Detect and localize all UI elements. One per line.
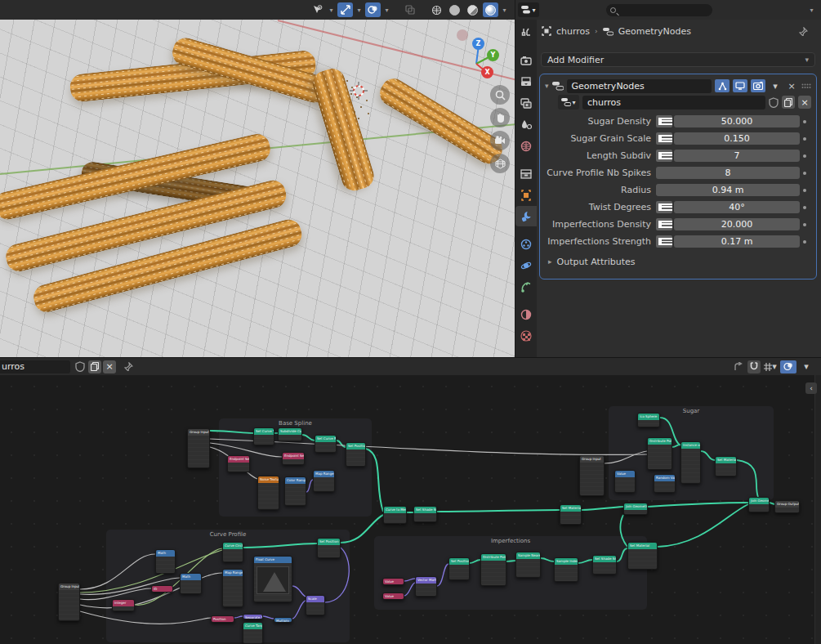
chevron-down-icon[interactable]: ▾ [355,7,363,14]
node-group-name-field[interactable]: churros [582,96,765,110]
node-set-shade-smooth[interactable]: Set Shade Smooth [413,506,437,522]
param-value-slider[interactable]: 50.000 [674,115,800,127]
shading-material-button[interactable] [465,2,480,17]
node-map-range[interactable]: Map Range [222,569,243,607]
new-copy-button[interactable] [88,360,101,373]
node-set-position[interactable]: Set Position [317,538,341,558]
gizmo-z-axis[interactable]: Z [472,38,484,50]
input-attribute-toggle-icon[interactable] [656,115,672,127]
gizmo-x-axis[interactable]: X [481,66,493,78]
chevron-down-icon[interactable]: ▾ [328,7,335,14]
object-visibility-icon[interactable] [310,2,325,17]
node-group-output[interactable]: Group Output [774,500,800,513]
shading-rendered-button[interactable] [483,2,498,17]
properties-tab-object-data[interactable] [515,304,537,324]
node-sample-index[interactable]: Sample Index [554,557,578,582]
node-ico-sphere[interactable]: Ico Sphere [637,413,660,427]
param-value-slider[interactable]: 8 [656,167,800,179]
overlays-toggle[interactable] [780,360,796,373]
node-instance-on-points[interactable]: Instance on Points [680,441,701,484]
animate-dot[interactable] [800,240,810,244]
drag-handle-icon[interactable] [801,83,811,89]
node-id[interactable]: ID [151,585,173,593]
node-set-curve-radius[interactable]: Set Curve Radius [315,435,337,453]
edit-mode-display-toggle[interactable] [715,79,730,92]
xray-toggle[interactable] [402,2,417,17]
node-distribute-points-on-faces[interactable]: Distribute Points on Faces [647,437,672,470]
chevron-down-icon[interactable]: ▾ [501,7,508,14]
editor-type-dropdown[interactable]: ▾ [518,2,539,17]
properties-tab-particles[interactable] [515,234,537,254]
node-sample-nearest[interactable]: Sample Nearest [515,552,541,578]
node-join-geometry[interactable]: Join Geometry [748,497,770,512]
node-curve-circle[interactable]: Curve Circle [222,542,243,562]
3d-viewport[interactable]: Z Y X ▾ ▾ ▾ ▾ [0,0,515,357]
node-set-material[interactable]: Set Material [715,456,737,476]
shading-wireframe-button[interactable] [429,2,444,17]
fake-user-shield-icon[interactable] [769,97,779,108]
modifier-extras-dropdown[interactable]: ▾ [769,79,782,92]
node-position[interactable]: Position [211,615,234,623]
node-distribute-points-on-faces[interactable]: Distribute Points on Faces [480,553,506,586]
properties-tab-modifiers[interactable] [515,206,537,226]
node-noise-texture[interactable]: Noise Texture [257,476,279,510]
breadcrumb-modifier[interactable]: GeometryNodes [618,26,691,37]
pan-button[interactable] [490,108,510,127]
header-menu-chevron[interactable]: ▾ [808,7,815,14]
node-subdivide-curve[interactable]: Subdivide Curve [278,427,302,441]
node-group-input[interactable]: Group Input [58,583,80,621]
input-attribute-toggle-icon[interactable] [656,218,672,230]
modifier-close-button[interactable]: × [785,79,798,92]
node-set-curve-tilt[interactable]: Set Curve Tilt [253,427,274,445]
properties-tab-scene[interactable] [515,114,537,135]
input-attribute-toggle-icon[interactable] [656,201,672,213]
node-value[interactable]: Value [382,593,404,600]
viewport-display-toggle[interactable] [733,79,747,92]
properties-tab-object[interactable] [515,185,537,205]
animate-dot[interactable] [800,137,810,141]
node-map-range[interactable]: Map Range [313,470,335,492]
render-display-toggle[interactable] [751,79,765,92]
node-set-material[interactable]: Set Material [560,504,582,525]
animate-dot[interactable] [800,154,810,158]
properties-tab-output[interactable] [515,72,537,92]
unlink-button[interactable]: × [103,360,116,373]
input-attribute-toggle-icon[interactable] [656,235,672,248]
properties-tab-tool[interactable] [515,23,537,43]
animate-dot[interactable] [800,172,810,175]
node-curve-to-mesh[interactable]: Curve to Mesh [383,506,407,524]
shading-solid-button[interactable] [447,2,462,17]
node-math[interactable]: Math [180,573,202,594]
param-value-slider[interactable]: 0.94 m [656,184,800,196]
node-group-input[interactable]: Group Input [579,455,605,496]
animate-dot[interactable] [800,189,810,192]
node-float-curve[interactable]: Float Curve [253,556,292,602]
node-value[interactable]: Value [614,470,636,493]
properties-tab-collection[interactable] [515,163,537,184]
properties-tab-constraints[interactable] [515,276,537,297]
overlays-toggle[interactable] [365,2,381,17]
param-value-slider[interactable]: 0.150 [674,132,800,145]
node-set-shade-smooth[interactable]: Set Shade Smooth [592,555,617,575]
geometry-node-editor[interactable]: Base SplineSugarCurve ProfileImperfectio… [0,375,821,644]
pin-icon[interactable] [799,27,808,36]
node-group-browse-dropdown[interactable]: ▾ [558,95,579,110]
param-value-slider[interactable]: 20.000 [674,218,800,230]
fake-user-shield-icon[interactable] [75,361,85,372]
animate-dot[interactable] [800,223,810,226]
gizmos-toggle[interactable] [337,2,353,17]
node-vector-math[interactable]: Vector Math [415,576,437,597]
param-value-slider[interactable]: 0.17 m [674,235,800,248]
input-attribute-toggle-icon[interactable] [656,150,672,162]
output-attributes-section[interactable]: ▸ Output Attributes [545,253,811,270]
node-set-position[interactable]: Set Position [346,442,366,467]
node-curve-tangent[interactable]: Curve Tangent [243,622,263,644]
node-set-position[interactable]: Set Position [448,557,470,580]
node-value[interactable]: Value [382,578,404,585]
sidebar-collapse-arrow[interactable]: ‹ [805,382,817,394]
animate-dot[interactable] [800,120,810,123]
node-endpoint-selection[interactable]: Endpoint Selection [227,455,250,472]
node-math[interactable]: Math [155,549,176,574]
add-modifier-dropdown[interactable]: Add Modifier▾ [541,52,815,67]
chevron-down-icon[interactable]: ▾ [800,360,813,373]
